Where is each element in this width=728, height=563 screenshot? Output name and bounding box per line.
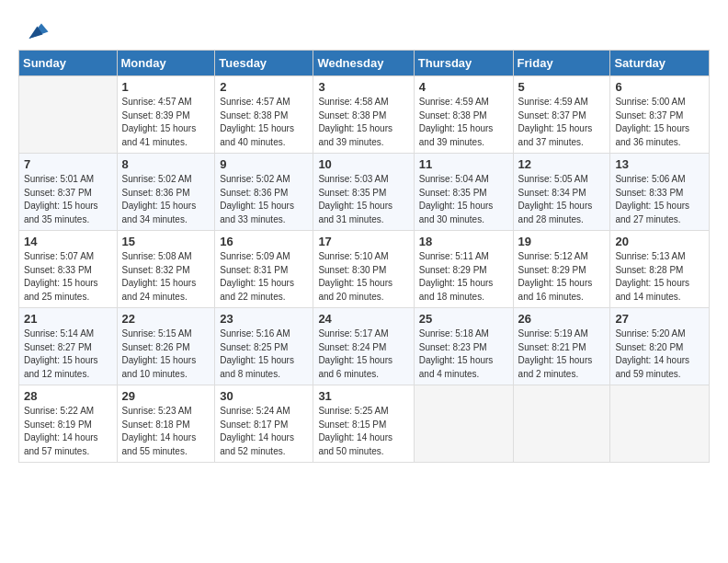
day-number: 30 xyxy=(220,389,308,403)
calendar-header-row: SundayMondayTuesdayWednesdayThursdayFrid… xyxy=(19,51,710,76)
day-info: Sunrise: 5:08 AMSunset: 8:32 PMDaylight:… xyxy=(122,250,210,304)
calendar-cell: 24Sunrise: 5:17 AMSunset: 8:24 PMDayligh… xyxy=(313,308,414,385)
day-info: Sunrise: 5:10 AMSunset: 8:30 PMDaylight:… xyxy=(318,250,408,304)
calendar-week-row: 28Sunrise: 5:22 AMSunset: 8:19 PMDayligh… xyxy=(19,385,710,463)
column-header-sunday: Sunday xyxy=(19,51,118,76)
day-info: Sunrise: 4:58 AMSunset: 8:38 PMDaylight:… xyxy=(318,96,408,149)
calendar-cell: 3Sunrise: 4:58 AMSunset: 8:38 PMDaylight… xyxy=(313,76,414,154)
day-info: Sunrise: 5:23 AMSunset: 8:18 PMDaylight:… xyxy=(122,405,210,458)
calendar-cell: 30Sunrise: 5:24 AMSunset: 8:17 PMDayligh… xyxy=(215,385,313,463)
day-number: 8 xyxy=(122,157,210,171)
day-number: 21 xyxy=(24,312,112,326)
calendar-cell: 18Sunrise: 5:11 AMSunset: 8:29 PMDayligh… xyxy=(414,231,513,308)
calendar-cell: 5Sunrise: 4:59 AMSunset: 8:37 PMDaylight… xyxy=(513,76,610,154)
day-info: Sunrise: 5:16 AMSunset: 8:25 PMDaylight:… xyxy=(220,327,308,381)
column-header-saturday: Saturday xyxy=(610,51,710,76)
day-info: Sunrise: 5:06 AMSunset: 8:33 PMDaylight:… xyxy=(615,173,704,226)
day-info: Sunrise: 4:59 AMSunset: 8:37 PMDaylight:… xyxy=(518,96,606,149)
day-info: Sunrise: 5:01 AMSunset: 8:37 PMDaylight:… xyxy=(24,173,112,226)
day-info: Sunrise: 5:02 AMSunset: 8:36 PMDaylight:… xyxy=(220,173,308,226)
day-info: Sunrise: 4:57 AMSunset: 8:39 PMDaylight:… xyxy=(122,96,210,149)
day-number: 17 xyxy=(318,235,408,248)
day-info: Sunrise: 5:03 AMSunset: 8:35 PMDaylight:… xyxy=(318,173,408,226)
day-info: Sunrise: 5:11 AMSunset: 8:29 PMDaylight:… xyxy=(419,250,508,304)
day-number: 25 xyxy=(419,312,508,326)
calendar-week-row: 14Sunrise: 5:07 AMSunset: 8:33 PMDayligh… xyxy=(19,231,710,308)
day-number: 28 xyxy=(24,389,112,403)
column-header-friday: Friday xyxy=(513,51,610,76)
day-number: 31 xyxy=(318,389,408,403)
calendar-cell: 13Sunrise: 5:06 AMSunset: 8:33 PMDayligh… xyxy=(610,154,710,231)
calendar-cell: 1Sunrise: 4:57 AMSunset: 8:39 PMDaylight… xyxy=(117,76,215,154)
column-header-wednesday: Wednesday xyxy=(313,51,414,76)
day-info: Sunrise: 4:57 AMSunset: 8:38 PMDaylight:… xyxy=(220,96,308,149)
calendar-cell: 11Sunrise: 5:04 AMSunset: 8:35 PMDayligh… xyxy=(414,154,513,231)
calendar-cell: 31Sunrise: 5:25 AMSunset: 8:15 PMDayligh… xyxy=(313,385,414,463)
calendar-cell: 9Sunrise: 5:02 AMSunset: 8:36 PMDaylight… xyxy=(215,154,313,231)
calendar-week-row: 7Sunrise: 5:01 AMSunset: 8:37 PMDaylight… xyxy=(19,154,710,231)
day-info: Sunrise: 5:20 AMSunset: 8:20 PMDaylight:… xyxy=(615,327,704,381)
day-number: 26 xyxy=(518,312,606,326)
calendar-week-row: 1Sunrise: 4:57 AMSunset: 8:39 PMDaylight… xyxy=(19,76,710,154)
calendar-cell: 8Sunrise: 5:02 AMSunset: 8:36 PMDaylight… xyxy=(117,154,215,231)
day-info: Sunrise: 5:15 AMSunset: 8:26 PMDaylight:… xyxy=(122,327,210,381)
day-info: Sunrise: 5:24 AMSunset: 8:17 PMDaylight:… xyxy=(220,405,308,458)
calendar-cell xyxy=(610,385,710,463)
day-number: 20 xyxy=(615,235,704,248)
day-number: 29 xyxy=(122,389,210,403)
calendar-cell: 21Sunrise: 5:14 AMSunset: 8:27 PMDayligh… xyxy=(19,308,118,385)
header xyxy=(18,17,710,44)
day-number: 7 xyxy=(24,157,112,171)
calendar-table: SundayMondayTuesdayWednesdayThursdayFrid… xyxy=(18,50,710,463)
day-number: 3 xyxy=(318,80,408,94)
day-number: 23 xyxy=(220,312,308,326)
logo xyxy=(18,17,50,44)
day-number: 27 xyxy=(615,312,704,326)
day-number: 2 xyxy=(220,80,308,94)
day-info: Sunrise: 5:25 AMSunset: 8:15 PMDaylight:… xyxy=(318,405,408,458)
day-number: 14 xyxy=(24,235,112,248)
calendar-cell xyxy=(414,385,513,463)
calendar-cell: 20Sunrise: 5:13 AMSunset: 8:28 PMDayligh… xyxy=(610,231,710,308)
day-info: Sunrise: 5:17 AMSunset: 8:24 PMDaylight:… xyxy=(318,327,408,381)
day-number: 11 xyxy=(419,157,508,171)
calendar-cell: 22Sunrise: 5:15 AMSunset: 8:26 PMDayligh… xyxy=(117,308,215,385)
calendar-cell: 26Sunrise: 5:19 AMSunset: 8:21 PMDayligh… xyxy=(513,308,610,385)
calendar-cell: 29Sunrise: 5:23 AMSunset: 8:18 PMDayligh… xyxy=(117,385,215,463)
calendar-cell: 4Sunrise: 4:59 AMSunset: 8:38 PMDaylight… xyxy=(414,76,513,154)
calendar-cell: 10Sunrise: 5:03 AMSunset: 8:35 PMDayligh… xyxy=(313,154,414,231)
calendar-week-row: 21Sunrise: 5:14 AMSunset: 8:27 PMDayligh… xyxy=(19,308,710,385)
calendar-cell: 17Sunrise: 5:10 AMSunset: 8:30 PMDayligh… xyxy=(313,231,414,308)
column-header-monday: Monday xyxy=(117,51,215,76)
logo-icon xyxy=(22,17,50,44)
day-number: 6 xyxy=(615,80,704,94)
calendar-cell: 2Sunrise: 4:57 AMSunset: 8:38 PMDaylight… xyxy=(215,76,313,154)
calendar-cell: 19Sunrise: 5:12 AMSunset: 8:29 PMDayligh… xyxy=(513,231,610,308)
calendar-cell: 12Sunrise: 5:05 AMSunset: 8:34 PMDayligh… xyxy=(513,154,610,231)
day-number: 22 xyxy=(122,312,210,326)
day-number: 10 xyxy=(318,157,408,171)
day-info: Sunrise: 5:00 AMSunset: 8:37 PMDaylight:… xyxy=(615,96,704,149)
column-header-thursday: Thursday xyxy=(414,51,513,76)
day-info: Sunrise: 5:22 AMSunset: 8:19 PMDaylight:… xyxy=(24,405,112,458)
day-info: Sunrise: 4:59 AMSunset: 8:38 PMDaylight:… xyxy=(419,96,508,149)
calendar-cell: 14Sunrise: 5:07 AMSunset: 8:33 PMDayligh… xyxy=(19,231,118,308)
day-info: Sunrise: 5:13 AMSunset: 8:28 PMDaylight:… xyxy=(615,250,704,304)
calendar-cell xyxy=(19,76,118,154)
column-header-tuesday: Tuesday xyxy=(215,51,313,76)
day-info: Sunrise: 5:09 AMSunset: 8:31 PMDaylight:… xyxy=(220,250,308,304)
day-number: 13 xyxy=(615,157,704,171)
day-info: Sunrise: 5:18 AMSunset: 8:23 PMDaylight:… xyxy=(419,327,508,381)
day-info: Sunrise: 5:12 AMSunset: 8:29 PMDaylight:… xyxy=(518,250,606,304)
page: SundayMondayTuesdayWednesdayThursdayFrid… xyxy=(0,0,728,472)
day-number: 24 xyxy=(318,312,408,326)
day-info: Sunrise: 5:02 AMSunset: 8:36 PMDaylight:… xyxy=(122,173,210,226)
day-info: Sunrise: 5:07 AMSunset: 8:33 PMDaylight:… xyxy=(24,250,112,304)
day-number: 15 xyxy=(122,235,210,248)
day-number: 1 xyxy=(122,80,210,94)
day-number: 5 xyxy=(518,80,606,94)
calendar-cell: 16Sunrise: 5:09 AMSunset: 8:31 PMDayligh… xyxy=(215,231,313,308)
day-number: 12 xyxy=(518,157,606,171)
calendar-cell: 25Sunrise: 5:18 AMSunset: 8:23 PMDayligh… xyxy=(414,308,513,385)
calendar-cell: 28Sunrise: 5:22 AMSunset: 8:19 PMDayligh… xyxy=(19,385,118,463)
